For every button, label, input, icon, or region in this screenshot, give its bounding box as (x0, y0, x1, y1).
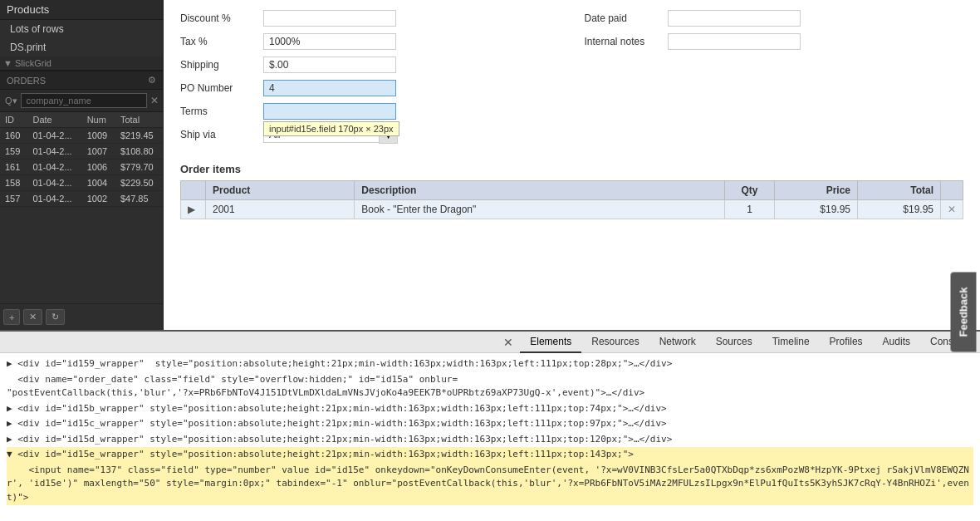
input-date-paid[interactable] (668, 10, 801, 27)
order-items-table: Product Description Qty Price Total ▶200… (180, 180, 963, 219)
tab-audits[interactable]: Audits (873, 332, 920, 353)
label-ship-via: Ship via (180, 129, 263, 140)
search-prefix[interactable]: Q▾ (5, 96, 17, 106)
total-cell: $19.95 (858, 200, 941, 219)
table-row[interactable]: 15901-04-2...1007$108.80 (0, 144, 163, 160)
cell-date: 01-04-2... (27, 144, 81, 160)
col-description[interactable]: Description (355, 181, 725, 200)
tab-profiles[interactable]: Profiles (820, 332, 873, 353)
col-total[interactable]: Total (858, 181, 941, 200)
devtools-line[interactable]: ▶ <div id="id15b_wrapper" style="positio… (7, 401, 973, 417)
sidebar-item-ds-print[interactable]: DS.print (0, 38, 163, 57)
orders-table: ID Date Num Total 16001-04-2...1009$219.… (0, 112, 163, 207)
form-col-left: Discount % Tax % Shipping (180, 8, 560, 148)
label-tax: Tax % (180, 36, 263, 47)
expand-cell[interactable]: ▶ (181, 200, 206, 219)
refresh-order-button[interactable]: ↻ (46, 309, 65, 325)
form-area: Discount % Tax % Shipping (164, 0, 980, 156)
cell-num: 1007 (82, 144, 115, 160)
slick-label: SlickGrid (15, 58, 51, 68)
expand-icon: ▼ (3, 58, 12, 68)
input-shipping[interactable] (263, 57, 396, 73)
sidebar-products-title: Products (0, 0, 163, 20)
cell-num: 1004 (82, 175, 115, 191)
product-cell: 2001 (206, 200, 355, 219)
devtools-tabs: ✕ Elements Resources Network Sources Tim… (0, 332, 980, 353)
label-discount: Discount % (180, 12, 263, 24)
devtools-line[interactable]: ▼ <div id="id15e_wrapper" style="positio… (7, 447, 973, 463)
input-tax[interactable] (263, 33, 396, 50)
cell-id: 161 (0, 160, 27, 175)
search-clear-button[interactable]: ✕ (150, 95, 159, 106)
tab-sources[interactable]: Sources (706, 332, 762, 353)
table-row[interactable]: 15801-04-2...1004$229.50 (0, 175, 163, 191)
form-row-date-paid: Date paid (585, 8, 964, 28)
form-row-ship-via: Ship via ▼ (180, 125, 560, 145)
add-order-button[interactable]: + (3, 309, 20, 325)
table-row[interactable]: 16101-04-2...1006$779.70 (0, 160, 163, 175)
orders-section-header: ORDERS ⚙ (0, 71, 163, 90)
tab-timeline[interactable]: Timeline (762, 332, 820, 353)
devtools-line[interactable]: ▶ <div id="id159_wrapper" style="positio… (7, 356, 973, 372)
cell-id: 159 (0, 144, 27, 160)
col-expand (181, 181, 206, 200)
table-row[interactable]: 15701-04-2...1002$47.85 (0, 191, 163, 207)
tab-network[interactable]: Network (649, 332, 706, 353)
form-row-tax: Tax % (180, 32, 560, 52)
input-ship-via[interactable] (263, 126, 380, 143)
form-row-shipping: Shipping (180, 55, 560, 75)
action-cell[interactable]: ✕ (941, 200, 963, 219)
input-po-number[interactable] (263, 80, 396, 96)
app-container: Products Lots of rows DS.print ▼ SlickGr… (0, 0, 980, 521)
devtools-content: ▶ <div id="id159_wrapper" style="positio… (0, 353, 980, 521)
delete-order-button[interactable]: ✕ (23, 309, 42, 325)
cell-total: $219.45 (115, 128, 163, 144)
input-internal-notes[interactable] (668, 33, 801, 50)
devtools-close-button[interactable]: ✕ (497, 332, 520, 352)
cell-date: 01-04-2... (27, 160, 81, 175)
col-qty[interactable]: Qty (725, 181, 775, 200)
col-header-num[interactable]: Num (82, 112, 115, 128)
terms-field-wrapper: input#id15e.field 170px × 23px (263, 103, 396, 120)
form-row-internal-notes: Internal notes (585, 32, 964, 52)
devtools-line[interactable]: <div name="order_date" class="field" sty… (7, 372, 973, 401)
label-date-paid: Date paid (585, 12, 668, 24)
col-header-date[interactable]: Date (27, 112, 81, 128)
col-header-id[interactable]: ID (0, 112, 27, 128)
feedback-button[interactable]: Feedback (951, 273, 977, 352)
input-discount[interactable] (263, 10, 396, 27)
table-row[interactable]: 16001-04-2...1009$219.45 (0, 128, 163, 144)
cell-num: 1006 (82, 160, 115, 175)
col-product[interactable]: Product (206, 181, 355, 200)
cell-id: 157 (0, 191, 27, 207)
ship-via-dropdown-button[interactable]: ▼ (379, 125, 398, 144)
col-action (941, 181, 963, 200)
search-bar: Q▾ ✕ (0, 90, 163, 112)
devtools-line[interactable]: <input name="137" class="field" type="nu… (7, 463, 973, 506)
cell-id: 160 (0, 128, 27, 144)
orders-settings-icon[interactable]: ⚙ (148, 75, 156, 86)
feedback-button-container: Feedback (951, 273, 977, 352)
order-item-row[interactable]: ▶2001Book - "Enter the Dragon"1$19.95$19… (181, 200, 963, 219)
devtools-line[interactable]: ▶ <div id="id15d_wrapper" style="positio… (7, 432, 973, 448)
order-items-title: Order items (180, 156, 963, 175)
description-cell: Book - "Enter the Dragon" (355, 200, 725, 219)
col-header-total[interactable]: Total (115, 112, 163, 128)
cell-total: $779.70 (115, 160, 163, 175)
tab-elements[interactable]: Elements (520, 332, 581, 353)
search-input[interactable] (21, 93, 147, 108)
col-price[interactable]: Price (775, 181, 858, 200)
cell-date: 01-04-2... (27, 175, 81, 191)
devtools-line[interactable]: ▶ <div id="id15c_wrapper" style="positio… (7, 416, 973, 432)
order-items-section: Order items Product Description Qty Pric… (164, 156, 980, 330)
orders-label: ORDERS (7, 76, 46, 86)
sidebar: Products Lots of rows DS.print ▼ SlickGr… (0, 0, 164, 330)
label-terms: Terms (180, 106, 263, 117)
tab-resources[interactable]: Resources (581, 332, 649, 353)
input-terms[interactable] (263, 103, 396, 120)
cell-num: 1009 (82, 128, 115, 144)
form-row-terms: Terms input#id15e.field 170px × 23px (180, 101, 560, 121)
slick-grid-section: ▼ SlickGrid (0, 57, 163, 71)
form-col-right: Date paid Internal notes (585, 8, 964, 148)
sidebar-item-lots-of-rows[interactable]: Lots of rows (0, 20, 163, 38)
